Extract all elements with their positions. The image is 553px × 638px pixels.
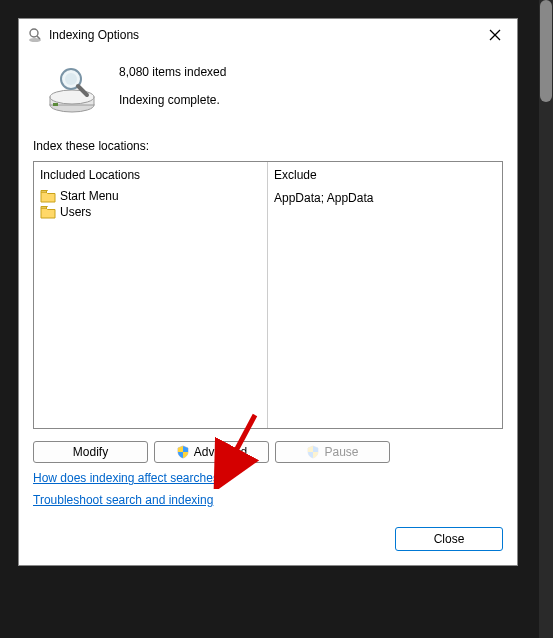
indexing-icon (27, 27, 43, 43)
close-icon[interactable] (481, 21, 509, 49)
exclude-header: Exclude (274, 166, 496, 188)
dialog-title: Indexing Options (49, 28, 481, 42)
button-label: Modify (73, 445, 108, 459)
locations-list[interactable]: Included Locations Start Menu Users Excl… (33, 161, 503, 429)
items-count: 8,080 items indexed (119, 65, 226, 79)
svg-point-10 (65, 73, 77, 85)
included-header: Included Locations (40, 166, 261, 188)
list-item[interactable]: Users (40, 204, 261, 220)
shield-icon (306, 445, 320, 459)
advanced-button[interactable]: Advanced (154, 441, 269, 463)
status-section: 8,080 items indexed Indexing complete. (33, 61, 503, 115)
close-button[interactable]: Close (395, 527, 503, 551)
indexing-state: Indexing complete. (119, 93, 226, 107)
exclude-column: Exclude AppData; AppData (268, 162, 502, 428)
drive-search-icon (45, 61, 99, 115)
button-label: Advanced (194, 445, 247, 459)
how-indexing-link[interactable]: How does indexing affect searches? (33, 471, 226, 485)
status-text: 8,080 items indexed Indexing complete. (119, 61, 226, 107)
svg-rect-8 (53, 103, 58, 106)
modify-button[interactable]: Modify (33, 441, 148, 463)
action-buttons: Modify Advanced (33, 441, 503, 463)
svg-point-1 (30, 29, 38, 37)
included-column: Included Locations Start Menu Users (34, 162, 268, 428)
troubleshoot-link[interactable]: Troubleshoot search and indexing (33, 493, 213, 507)
button-label: Pause (324, 445, 358, 459)
indexing-options-dialog: Indexing Options 8,080 (18, 18, 518, 566)
folder-icon (40, 205, 56, 219)
folder-icon (40, 189, 56, 203)
page-scrollbar[interactable] (539, 0, 553, 638)
pause-button: Pause (275, 441, 390, 463)
locations-label: Index these locations: (33, 139, 503, 153)
dialog-footer: Close (33, 527, 503, 551)
shield-icon (176, 445, 190, 459)
item-label: Users (60, 205, 91, 219)
titlebar: Indexing Options (19, 19, 517, 51)
scrollbar-thumb[interactable] (540, 0, 552, 102)
item-label: Start Menu (60, 189, 119, 203)
list-item-exclude: AppData; AppData (274, 190, 496, 206)
list-item[interactable]: Start Menu (40, 188, 261, 204)
exclude-text: AppData; AppData (274, 191, 373, 205)
svg-point-7 (50, 90, 94, 104)
dialog-content: 8,080 items indexed Indexing complete. I… (19, 51, 517, 565)
